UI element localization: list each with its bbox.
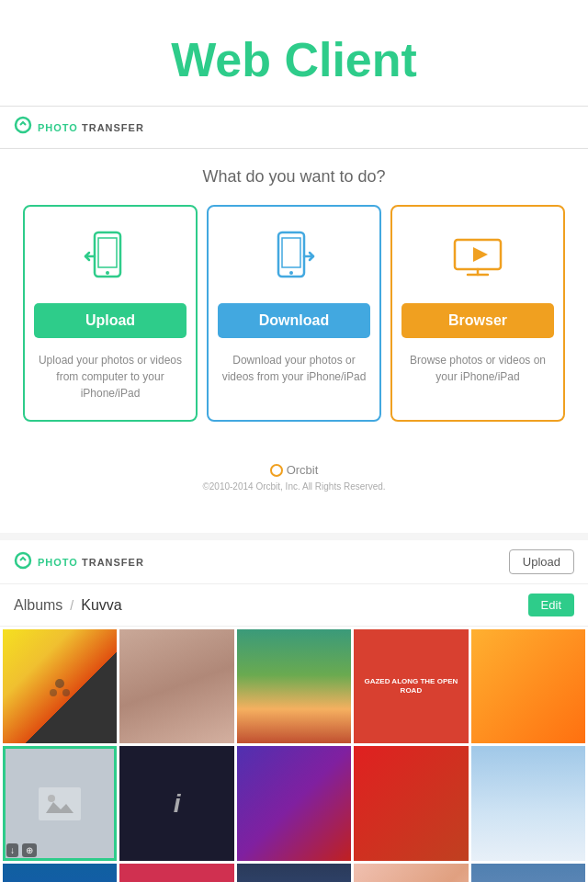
header-bar: PHOTO TRANSFER bbox=[0, 106, 588, 149]
photo-item[interactable]: i bbox=[119, 746, 233, 860]
upload-button[interactable]: Upload bbox=[34, 303, 187, 338]
svg-point-12 bbox=[55, 679, 64, 688]
svg-rect-5 bbox=[282, 238, 300, 267]
upload-card[interactable]: Upload Upload your photos or videos from… bbox=[23, 205, 198, 422]
edit-button[interactable]: Edit bbox=[528, 594, 574, 616]
bottom-logo-text: PHOTO TRANSFER bbox=[38, 557, 144, 568]
logo-area: PHOTO TRANSFER bbox=[14, 116, 144, 139]
svg-rect-15 bbox=[39, 787, 81, 820]
breadcrumb-albums[interactable]: Albums bbox=[14, 597, 62, 614]
svg-point-11 bbox=[16, 553, 30, 568]
browser-button[interactable]: Browser bbox=[401, 303, 554, 338]
bottom-logo-icon bbox=[14, 551, 32, 573]
upload-description: Upload your photos or videos from comput… bbox=[34, 352, 187, 401]
svg-marker-10 bbox=[473, 247, 488, 262]
browser-description: Browse photos or videos on your iPhone/i… bbox=[401, 352, 554, 385]
photo-item[interactable] bbox=[471, 746, 585, 860]
download-badge: ↓ bbox=[6, 843, 18, 857]
download-button[interactable]: Download bbox=[218, 303, 370, 338]
logo-icon bbox=[14, 116, 32, 139]
zoom-badge: ⊕ bbox=[22, 843, 37, 857]
question-section: What do you want to do? Upload Upload yo… bbox=[0, 149, 588, 449]
photo-item[interactable] bbox=[3, 629, 117, 743]
browser-card[interactable]: Browser Browse photos or videos on your … bbox=[390, 205, 565, 422]
photo-item[interactable] bbox=[354, 746, 468, 860]
bottom-header-bar: PHOTO TRANSFER Upload bbox=[0, 540, 588, 584]
photo-item[interactable] bbox=[471, 629, 585, 743]
svg-point-14 bbox=[62, 689, 70, 696]
action-cards: Upload Upload your photos or videos from… bbox=[14, 205, 574, 422]
svg-point-0 bbox=[16, 118, 30, 132]
logo-text: PHOTO TRANSFER bbox=[38, 122, 144, 133]
svg-point-13 bbox=[50, 689, 57, 696]
photo-item-selected[interactable]: ↓ ⊕ bbox=[3, 746, 117, 860]
svg-rect-2 bbox=[98, 238, 117, 267]
browser-monitor-icon bbox=[446, 225, 510, 289]
orcbit-brand: Orcbit bbox=[287, 463, 319, 477]
orcbit-logo: Orcbit bbox=[0, 463, 588, 477]
photo-item[interactable]: GAZED ALONG THE OPEN ROAD bbox=[354, 629, 468, 743]
bottom-section: PHOTO TRANSFER Upload Albums / Kuvva Edi… bbox=[0, 540, 588, 882]
photo-grid: GAZED ALONG THE OPEN ROAD ↓ ⊕ i bbox=[0, 627, 588, 882]
photo-item[interactable] bbox=[119, 629, 233, 743]
photo-item[interactable] bbox=[471, 864, 585, 882]
photo-item[interactable]: 👤 bbox=[3, 864, 117, 882]
bottom-logo-area: PHOTO TRANSFER bbox=[14, 551, 144, 573]
breadcrumb: Albums / Kuvva bbox=[14, 597, 122, 614]
svg-point-16 bbox=[48, 795, 55, 802]
page-title: Web Client bbox=[0, 18, 588, 106]
download-description: Download your photos or videos from your… bbox=[218, 352, 370, 385]
bottom-upload-button[interactable]: Upload bbox=[509, 549, 574, 574]
photo-item[interactable] bbox=[237, 864, 351, 882]
breadcrumb-bar: Albums / Kuvva Edit bbox=[0, 584, 588, 627]
svg-point-6 bbox=[289, 271, 293, 275]
download-phone-icon bbox=[262, 225, 326, 289]
copyright-text: ©2010-2014 Orcbit, Inc. All Rights Reser… bbox=[0, 481, 588, 492]
photo-item[interactable] bbox=[237, 629, 351, 743]
photo-item[interactable] bbox=[354, 864, 468, 882]
orcbit-circle-icon bbox=[270, 464, 283, 477]
breadcrumb-separator: / bbox=[70, 598, 74, 613]
photo-item[interactable]: 💋 bbox=[119, 864, 233, 882]
svg-point-3 bbox=[106, 271, 109, 275]
question-text: What do you want to do? bbox=[14, 167, 574, 187]
upload-phone-icon bbox=[78, 225, 142, 289]
download-card[interactable]: Download Download your photos or videos … bbox=[207, 205, 381, 422]
breadcrumb-current-album: Kuvva bbox=[81, 597, 121, 614]
photo-item[interactable] bbox=[237, 746, 351, 860]
top-section: Web Client PHOTO TRANSFER What do you wa… bbox=[0, 0, 588, 533]
footer-section: Orcbit ©2010-2014 Orcbit, Inc. All Right… bbox=[0, 449, 588, 505]
